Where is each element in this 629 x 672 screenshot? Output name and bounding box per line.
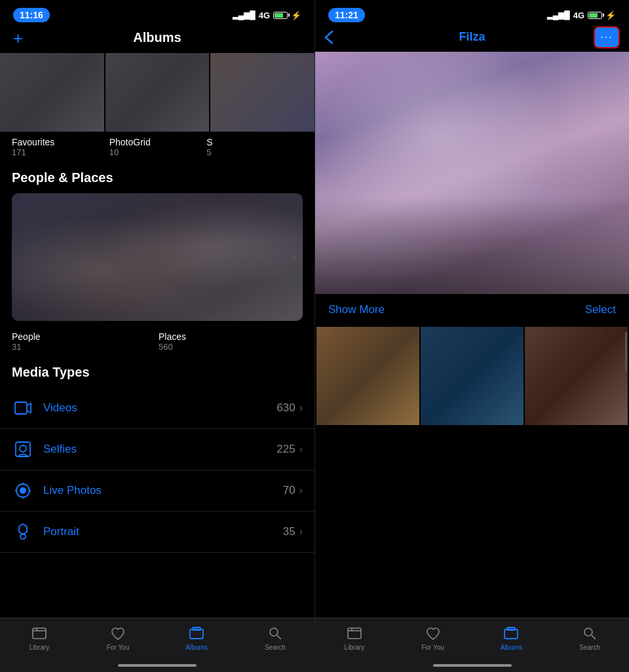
photo-grid-inner (315, 326, 629, 426)
right-tab-albums[interactable]: Albums (472, 625, 551, 651)
right-header: Filza ··· (315, 28, 629, 52)
left-library-label: Library (29, 644, 50, 651)
right-library-icon (346, 625, 363, 642)
photogrid-album[interactable]: PhotoGrid 10 (109, 137, 206, 157)
right-albums-icon (503, 625, 520, 642)
for-you-icon (109, 625, 126, 642)
favourites-thumb[interactable] (0, 53, 104, 132)
right-panel: 11:21 ▂▄▆█ 4G ⚡ Filza ··· Show More Sele… (314, 0, 629, 672)
right-status-bar: 11:21 ▂▄▆█ 4G ⚡ (315, 0, 629, 28)
live-photos-chevron: › (299, 485, 303, 496)
right-tab-foryou[interactable]: For You (394, 625, 472, 651)
svg-line-15 (277, 635, 281, 639)
left-search-label: Search (265, 644, 286, 651)
selfies-chevron: › (299, 443, 303, 455)
left-panel: 11:16 ▂▄▆█ 4G ⚡ + Albums Favourites 171 (0, 0, 314, 672)
third-album-thumb[interactable] (210, 53, 314, 132)
svg-point-14 (270, 628, 278, 636)
right-page-title: Filza (459, 30, 485, 44)
left-tab-albums[interactable]: Albums (157, 625, 236, 651)
right-tab-library[interactable]: Library (315, 625, 394, 651)
videos-item[interactable]: Videos 630 › (0, 388, 314, 429)
left-tab-library[interactable]: Library (0, 625, 79, 651)
svg-rect-17 (505, 629, 518, 639)
right-library-label: Library (345, 644, 365, 651)
live-photos-label: Live Photos (43, 484, 283, 497)
right-network-label: 4G (573, 10, 584, 20)
svg-rect-13 (193, 627, 200, 630)
third-album-name: S (206, 137, 303, 147)
left-battery-icon (273, 12, 288, 19)
show-more-bar: Show More Select (315, 294, 629, 326)
more-options-button[interactable]: ··· (594, 26, 620, 48)
third-album[interactable]: S 5 (206, 137, 303, 157)
grid-photo-3[interactable] (525, 327, 628, 425)
grid-photo-1[interactable] (316, 327, 419, 425)
portrait-icon (12, 521, 34, 543)
svg-line-20 (592, 635, 596, 639)
albums-active-icon (188, 625, 205, 642)
right-for-you-icon (425, 625, 442, 642)
select-button[interactable]: Select (585, 303, 616, 316)
right-home-indicator (433, 664, 512, 667)
svg-rect-0 (15, 402, 27, 414)
left-tab-foryou[interactable]: For You (79, 625, 157, 651)
left-page-title: Albums (133, 30, 181, 45)
people-places-labels: People 31 Places 560 (0, 326, 314, 362)
people-count: 31 (12, 342, 156, 352)
favourites-name: Favourites (12, 137, 108, 147)
add-album-button[interactable]: + (13, 29, 23, 47)
people-places-thumbnail[interactable]: › (12, 193, 303, 321)
right-status-icons: ▂▄▆█ 4G ⚡ (547, 10, 616, 20)
portrait-chevron: › (299, 526, 303, 538)
left-charging-icon: ⚡ (291, 10, 301, 20)
live-photos-item[interactable]: Live Photos 70 › (0, 470, 314, 512)
photogrid-thumb[interactable] (105, 53, 210, 132)
back-button[interactable] (324, 30, 334, 45)
library-icon (31, 625, 48, 642)
albums-scroll-area[interactable]: Favourites 171 PhotoGrid 10 S 5 People &… (0, 53, 314, 618)
right-albums-label: Albums (501, 644, 522, 651)
right-search-icon (581, 625, 598, 642)
show-more-button[interactable]: Show More (328, 303, 385, 316)
portrait-count: 35 (283, 525, 295, 538)
left-foryou-label: For You (107, 644, 129, 651)
grid-photo-2[interactable] (421, 327, 524, 425)
third-album-count: 5 (206, 147, 303, 157)
selfies-item[interactable]: Selfies 225 › (0, 429, 314, 470)
left-signal-icon: ▂▄▆█ (233, 10, 256, 20)
favourites-album[interactable]: Favourites 171 (12, 137, 108, 157)
selfie-icon (12, 438, 34, 460)
left-tab-search[interactable]: Search (236, 625, 314, 651)
right-foryou-label: For You (421, 644, 444, 651)
videos-count: 630 (276, 401, 295, 415)
selfies-count: 225 (276, 443, 295, 456)
places-name: Places (159, 331, 303, 342)
portrait-item[interactable]: Portrait 35 › (0, 512, 314, 553)
video-icon (12, 397, 34, 419)
people-item[interactable]: People 31 (12, 331, 156, 352)
places-item[interactable]: Places 560 (159, 331, 303, 352)
album-labels-row: Favourites 171 PhotoGrid 10 S 5 (0, 132, 314, 168)
search-tab-icon (267, 625, 284, 642)
people-places-chevron: › (292, 250, 296, 264)
right-charging-icon: ⚡ (605, 10, 616, 20)
portrait-label: Portrait (43, 525, 283, 538)
svg-rect-16 (348, 628, 361, 639)
right-battery-icon (588, 12, 602, 19)
left-time: 11:16 (13, 8, 50, 22)
left-status-icons: ▂▄▆█ 4G ⚡ (233, 10, 301, 20)
album-thumbs-row (0, 53, 314, 132)
svg-rect-12 (190, 629, 203, 639)
videos-label: Videos (43, 401, 276, 415)
live-photos-count: 70 (283, 484, 295, 497)
more-dots-icon: ··· (600, 31, 613, 43)
left-status-bar: 11:16 ▂▄▆█ 4G ⚡ (0, 0, 314, 28)
people-places-section-title: People & Places (0, 168, 314, 193)
photo-grid (315, 326, 629, 618)
left-network-label: 4G (259, 10, 270, 20)
svg-point-19 (584, 628, 592, 636)
people-places-blur (12, 193, 303, 321)
left-header: + Albums (0, 28, 314, 53)
right-tab-search[interactable]: Search (550, 625, 629, 651)
